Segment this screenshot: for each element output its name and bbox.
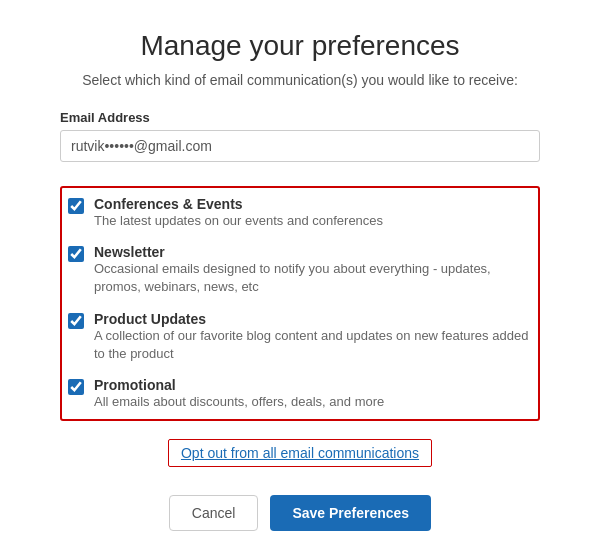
opt-out-section: Opt out from all email communications [60,439,540,467]
subscription-item-product-updates: Product Updates A collection of our favo… [68,311,532,363]
subscription-desc-conferences: The latest updates on our events and con… [94,212,383,230]
page-title: Manage your preferences [140,30,459,62]
subscription-desc-promotional: All emails about discounts, offers, deal… [94,393,384,411]
page-subtitle: Select which kind of email communication… [82,72,518,88]
checkbox-conferences[interactable] [68,198,84,214]
subscription-title-promotional: Promotional [94,377,384,393]
subscription-desc-product-updates: A collection of our favorite blog conten… [94,327,532,363]
email-label: Email Address [60,110,540,125]
checkbox-newsletter[interactable] [68,246,84,262]
email-field-wrapper: Email Address [60,110,540,186]
subscription-item-promotional: Promotional All emails about discounts, … [68,377,532,411]
checkbox-product-updates[interactable] [68,313,84,329]
action-buttons: Cancel Save Preferences [60,495,540,531]
email-input[interactable] [60,130,540,162]
subscription-title-product-updates: Product Updates [94,311,532,327]
save-button[interactable]: Save Preferences [270,495,431,531]
subscription-item-newsletter: Newsletter Occasional emails designed to… [68,244,532,296]
cancel-button[interactable]: Cancel [169,495,259,531]
form-section: Email Address Conferences & Events The l… [60,110,540,531]
subscription-title-conferences: Conferences & Events [94,196,383,212]
subscription-item-conferences: Conferences & Events The latest updates … [68,196,532,230]
subscription-title-newsletter: Newsletter [94,244,532,260]
subscription-desc-newsletter: Occasional emails designed to notify you… [94,260,532,296]
checkbox-promotional[interactable] [68,379,84,395]
opt-out-link[interactable]: Opt out from all email communications [168,439,432,467]
subscriptions-list: Conferences & Events The latest updates … [60,186,540,421]
